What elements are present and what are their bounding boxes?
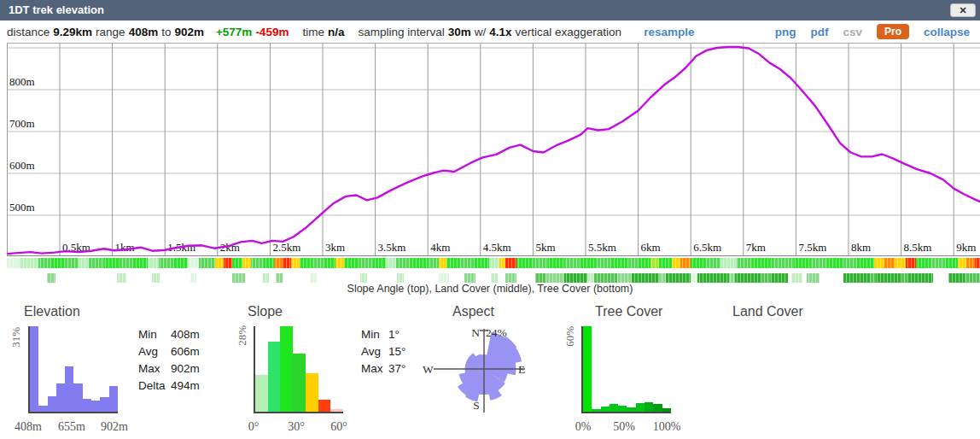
- strip-segment: [650, 258, 659, 268]
- histogram-bar: [645, 402, 653, 412]
- strip-segment: [807, 273, 820, 283]
- strip-segment: [884, 258, 895, 268]
- strip-segment: [38, 258, 51, 268]
- elevation-profile-chart[interactable]: 0.5km1km1.5km2km2.5km3km3.5km4km4.5km5km…: [0, 43, 980, 256]
- strip-segment: [173, 258, 188, 268]
- strip-segment: [611, 258, 628, 268]
- histogram-bar: [91, 401, 100, 412]
- strip-segment: [916, 258, 930, 268]
- strip-segment: [617, 273, 632, 283]
- stat-row: Max37°: [361, 360, 405, 378]
- strip-segment: [190, 273, 196, 283]
- strip-segment: [843, 273, 870, 283]
- aspect-label-e: E: [518, 363, 525, 376]
- exaggeration-value: 4.1x: [489, 26, 511, 38]
- strip-segment: [594, 273, 617, 283]
- histogram-bar: [330, 409, 343, 412]
- elevation-xlabel-max: 902m: [101, 420, 128, 434]
- close-button[interactable]: ✕: [950, 3, 976, 17]
- elevation-histogram: [28, 326, 118, 413]
- strip-segment: [464, 273, 475, 283]
- strip-segment: [360, 273, 366, 283]
- tree-xlabel-mid: 50%: [613, 420, 635, 434]
- histogram-bar: [618, 406, 627, 412]
- histogram-bar: [653, 404, 662, 412]
- aspect-label-n: N: [471, 326, 480, 339]
- histogram-bar: [100, 397, 108, 412]
- pro-badge[interactable]: Pro: [877, 24, 909, 39]
- stat-value: 408m: [171, 328, 200, 341]
- tree-xlabel-min: 0%: [575, 420, 592, 434]
- x-tick-label: 5km: [535, 241, 555, 254]
- slope-xlabel-min: 0°: [248, 420, 260, 434]
- resample-link[interactable]: resample: [644, 26, 694, 38]
- strip-segment: [310, 273, 316, 283]
- slope-stats: Min1° Avg15° Max37°: [361, 326, 405, 378]
- strip-segment: [930, 258, 945, 268]
- histogram-bar: [30, 326, 38, 412]
- tree-cover-strip: [0, 273, 980, 283]
- elevation-profile-line: [7, 47, 980, 254]
- strip-segment: [505, 273, 516, 283]
- window-title: 1DT trek elevation: [9, 3, 104, 16]
- histogram-bar: [65, 366, 73, 412]
- strip-segment: [705, 258, 720, 268]
- elevation-panel-title: Elevation: [24, 304, 80, 319]
- y-tick-label: 600m: [9, 159, 35, 172]
- histogram-bar: [592, 409, 600, 412]
- strip-segment: [639, 258, 651, 268]
- export-group: png pdf csv Pro collapse: [775, 24, 973, 39]
- strip-segment: [324, 258, 335, 268]
- close-icon: ✕: [959, 5, 966, 15]
- strip-segment: [89, 258, 103, 268]
- strip-segment: [79, 258, 89, 268]
- strip-segment: [7, 258, 20, 268]
- slope-panel-title: Slope: [248, 304, 283, 319]
- strip-segment: [344, 258, 359, 268]
- strip-segment: [47, 273, 55, 283]
- stat-value: 37°: [388, 362, 405, 375]
- histogram-bar: [38, 406, 47, 412]
- aspect-label-s: S: [473, 399, 480, 412]
- strip-segment: [199, 258, 216, 268]
- strip-segment: [516, 258, 534, 268]
- strip-segment: [120, 258, 133, 268]
- strip-segment: [224, 258, 232, 268]
- strip-segment: [276, 273, 283, 283]
- strip-segment: [870, 273, 876, 283]
- strip-segment: [428, 258, 438, 268]
- png-export-link[interactable]: png: [775, 26, 796, 38]
- strip-segment: [474, 258, 488, 268]
- strip-segment: [965, 273, 980, 283]
- strip-segment: [274, 258, 283, 268]
- strip-segment: [564, 273, 587, 283]
- strip-segment: [104, 258, 121, 268]
- collapse-link[interactable]: collapse: [924, 26, 970, 38]
- strip-segment: [773, 258, 794, 268]
- histogram-bar: [601, 407, 610, 412]
- strip-segment: [945, 258, 958, 268]
- strip-segment: [291, 258, 300, 268]
- stat-value: 1°: [388, 328, 400, 341]
- distance-label: distance: [7, 26, 50, 38]
- strip-segment: [659, 273, 665, 283]
- strip-segment: [680, 258, 691, 268]
- strip-segment: [386, 258, 396, 268]
- csv-export-link[interactable]: csv: [843, 26, 862, 38]
- strip-segment: [691, 258, 705, 268]
- slope-xlabel-mid: 30°: [288, 420, 305, 434]
- pdf-export-link[interactable]: pdf: [810, 26, 828, 38]
- strip-segment: [876, 273, 901, 283]
- stat-value: 606m: [171, 345, 200, 358]
- strip-segment: [720, 258, 738, 268]
- strip-segment: [874, 258, 884, 268]
- strip-segment: [148, 258, 158, 268]
- strip-segment: [251, 258, 264, 268]
- strip-segment: [215, 258, 224, 268]
- strip-segment: [752, 258, 773, 268]
- x-tick-label: 2.5km: [272, 241, 300, 254]
- strip-segment: [843, 258, 857, 268]
- histogram-bar: [318, 400, 331, 412]
- strip-segment: [901, 273, 907, 283]
- x-tick-label: 7km: [746, 241, 766, 254]
